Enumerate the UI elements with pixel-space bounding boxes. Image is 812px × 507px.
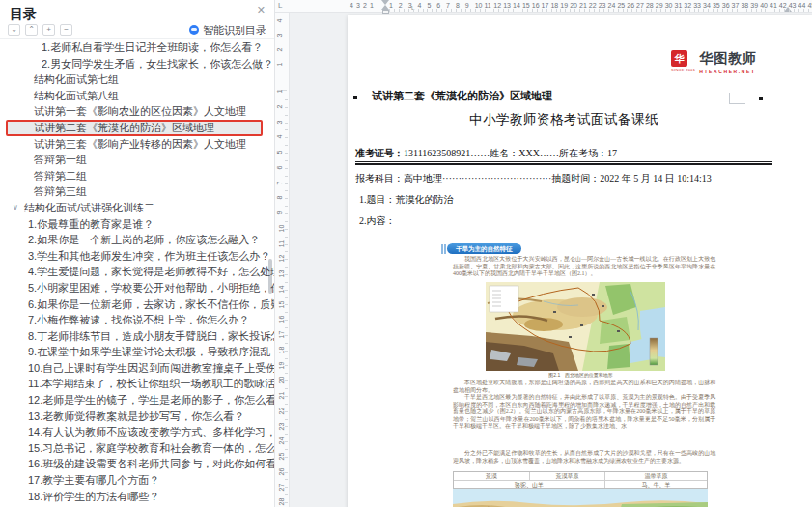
toc-item[interactable]: 12.老师是学生的镜子，学生是老师的影子，你怎么看？: [0, 392, 274, 408]
ruler-number: 35: [713, 2, 720, 9]
toc-list: 1.老师私自看学生日记并全班朗读，你怎么看？2.男女同学发生矛盾，女生找家长，你…: [0, 40, 274, 507]
ruler-number: 44: [798, 2, 806, 9]
toc-item[interactable]: 答辩第二组: [0, 168, 274, 184]
toc-item[interactable]: 3.学生和其他老师发生冲突，作为班主任该怎么办？: [0, 248, 274, 265]
toc-item-label: 12.老师是学生的镜子，学生是老师的影子，你怎么看？: [28, 394, 274, 406]
toc-item-label: 2.如果你是一个新上岗的老师，你应该怎么融入？: [28, 234, 260, 245]
horizontal-ruler: L L 432112345678910111213141516171819202…: [275, 0, 812, 13]
toc-item[interactable]: 试讲第三套《影响产业转移的因素》人文地理: [0, 136, 274, 153]
toc-item-label: 试讲第一套《影响农业的区位因素》人文地理: [34, 105, 246, 117]
ruler-number: 45: [807, 2, 812, 9]
toc-item[interactable]: 16.班级的建设需要各科老师共同参与，对此你如何看待？: [0, 456, 274, 472]
toc-item[interactable]: 试讲第一套《影响农业的区位因素》人文地理: [0, 103, 274, 120]
ruler-number: 27: [278, 483, 285, 491]
toc-item-label: 11.本学期结束了，校长让你组织一场教职工的歌咏活动，你…: [28, 378, 274, 389]
toc-item-label: 15.习总书记，家庭学校教育和社会教育一体的，怎么看待社…: [28, 442, 274, 454]
ruler-number: 15: [522, 2, 530, 9]
ruler-number: 11: [485, 2, 491, 9]
logo-brand-text: 华图教师: [699, 50, 757, 68]
collapse-up-button[interactable]: ⌃: [25, 24, 38, 36]
badge-bar-icon: [444, 244, 446, 254]
expand-down-button[interactable]: ⌄: [8, 24, 20, 36]
toc-item[interactable]: 13.老教师觉得教案就是抄抄写写，你怎么看？: [0, 408, 274, 425]
ruler-number: 17: [542, 2, 549, 9]
toc-item[interactable]: ∨结构化面试/试讲强化训练二: [0, 200, 274, 216]
toc-panel: 目录 ✕ ⌄ ⌃ + − 智能识别目录 1.老师私自看学生日记并全班朗读，你怎么…: [0, 0, 275, 507]
toc-item[interactable]: 5.小明家里困难，学校要公开对他帮助，小明拒绝，你作为…: [0, 280, 274, 296]
document-page[interactable]: 试讲第二套《荒漠化的防治》区域地理 华 SINCE 2001 华图教师 HTEA…: [348, 15, 812, 507]
ruler-number: 7: [276, 181, 283, 184]
ruler-number: 39: [750, 2, 758, 9]
toc-item[interactable]: 1.你最尊重的教育家是谁？: [0, 216, 274, 233]
badge-label: 干旱为主的自然特征: [447, 243, 521, 254]
toc-item[interactable]: 1.老师私自看学生日记并全班朗读，你怎么看？: [0, 40, 274, 56]
toc-item-label: 答辩第一组: [34, 154, 87, 165]
table-cell: 马、牛、羊: [605, 481, 707, 488]
left-indent-marker[interactable]: [382, 10, 389, 14]
toc-item-label: 8.丁老师排练节目，造成小朋友手臂脱臼，家长投诉怎么办…: [28, 330, 274, 342]
toc-panel-title: 目录: [10, 6, 37, 21]
toc-item-label: 10.自己上课时有学生因迟到而闯进教室撞桌子上受伤了，你…: [28, 362, 274, 374]
logo-mark-icon: 华: [671, 50, 687, 67]
toc-panel-header: 目录 ✕: [0, 0, 274, 21]
anchor-square-right: [759, 97, 763, 100]
toc-item[interactable]: 17.教学主要有哪几个方面？: [0, 472, 274, 489]
vertical-ruler: 4321123456789101112131415161718192021222…: [275, 13, 290, 507]
ruler-number: 23: [278, 422, 285, 430]
ruler-number: 28: [646, 2, 654, 9]
toc-item[interactable]: 结构化面试第七组: [0, 71, 274, 88]
ruler-number: 5: [427, 2, 431, 9]
header-corner-mark: [729, 93, 745, 104]
subject-line: 报考科目：高中地理·······························…: [355, 172, 712, 185]
ruler-number: 5: [276, 151, 283, 155]
ruler-number: 9: [276, 211, 283, 215]
collapse-all-button[interactable]: −: [60, 24, 72, 36]
toc-item[interactable]: 2.男女同学发生矛盾，女生找家长，你该怎么做？: [0, 56, 274, 72]
toc-item[interactable]: 18.评价学生的方法有哪些？: [0, 489, 274, 505]
ruler-number: 3: [276, 34, 283, 38]
tab-stop-selector-icon[interactable]: L: [278, 1, 282, 10]
toc-item-label: 14.有人认为教师不应该改变教学方式、多样化学习，你怎么…: [28, 426, 274, 437]
ruler-number: 17: [278, 331, 285, 339]
logo-text-wrap: 华图教师 HTEACHER.NET: [699, 50, 757, 74]
toc-item[interactable]: 4.学生爱提问题，家长觉得是老师教得不好，怎么处理？: [0, 264, 274, 280]
toc-item-label: 13.老教师觉得教案就是抄抄写写，你怎么看？: [28, 410, 244, 422]
toc-item[interactable]: 15.习总书记，家庭学校教育和社会教育一体的，怎么看待社…: [0, 440, 274, 457]
map-caption: 图2.1 西北地区的位置和地形: [493, 372, 669, 379]
ruler-number: 20: [570, 2, 577, 9]
toc-item-label: 18.评价学生的方法有哪些？: [28, 491, 159, 502]
toc-item-selected[interactable]: 试讲第二套《荒漠化的防治》区域地理: [0, 120, 274, 136]
ruler-number: 21: [278, 392, 285, 400]
toc-item[interactable]: 6.如果你是一位新老师，去家访，家长不信任你，质疑你的…: [0, 296, 274, 313]
chevron-down-icon[interactable]: ∨: [13, 200, 18, 216]
toc-item[interactable]: 答辩第三组: [0, 183, 274, 200]
toc-item[interactable]: 7.小梅作弊被逮，找你说不想上学，你怎么办？: [0, 312, 274, 328]
toc-item[interactable]: 答辩第一组: [0, 152, 274, 168]
toc-item[interactable]: 结构化面试第八组: [0, 88, 274, 104]
doc-heading: 试讲第二套《荒漠化的防治》区域地理: [372, 89, 552, 103]
exam-info-line: 准考证号：13111623508921……姓名：XXX……所在考场：17: [355, 147, 617, 160]
logo-since-text: SINCE 2001: [671, 68, 695, 72]
ruler-number: 2: [399, 2, 403, 9]
toc-item[interactable]: 10.自己上课时有学生因迟到而闯进教室撞桌子上受伤了，你…: [0, 360, 274, 377]
ruler-number: 19: [278, 361, 285, 369]
ruler-number: 18: [550, 2, 558, 9]
close-icon[interactable]: ✕: [257, 4, 266, 16]
ruler-number: 16: [278, 316, 285, 324]
toc-item-label: 答辩第三组: [34, 185, 87, 197]
toc-item[interactable]: 14.有人认为教师不应该改变教学方式、多样化学习，你怎么…: [0, 424, 274, 440]
ruler-number: 3: [276, 120, 283, 124]
textbook-paragraph: 本区地处亚欧大陆腹地，东部是辽阔坦荡的高原，西部则是高大的山系和巨大的内陆盆地，…: [453, 380, 715, 394]
toc-item-label: 结构化面试第八组: [34, 90, 119, 101]
toc-item[interactable]: 8.丁老师排练节目，造成小朋友手臂脱臼，家长投诉怎么办…: [0, 328, 274, 345]
toc-item-label: 1.老师私自看学生日记并全班朗读，你怎么看？: [42, 42, 263, 53]
expand-all-button[interactable]: +: [42, 24, 55, 36]
toc-item[interactable]: 11.本学期结束了，校长让你组织一场教职工的歌咏活动，你…: [0, 376, 274, 392]
toc-item[interactable]: 2.如果你是一个新上岗的老师，你应该怎么融入？: [0, 232, 274, 248]
toc-item[interactable]: 9.在课堂中如果学生课堂讨论太积极，导致秩序混乱，你该…: [0, 344, 274, 360]
smart-toc-button[interactable]: 智能识别目录: [189, 23, 266, 38]
ruler-number: 20: [278, 377, 285, 384]
topic-line: 1.题目：荒漠化的防治: [359, 193, 454, 207]
ruler-number: 10: [475, 2, 483, 9]
desert-grassland-illustration: [453, 489, 708, 507]
